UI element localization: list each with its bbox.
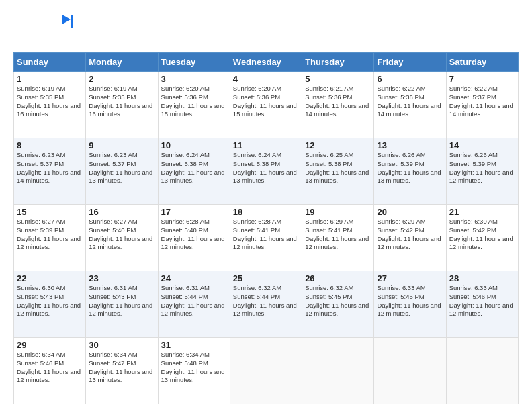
day-info: Sunrise: 6:34 AMSunset: 5:48 PMDaylight:…	[161, 351, 227, 385]
calendar-cell: 6Sunrise: 6:22 AMSunset: 5:36 PMDaylight…	[374, 72, 446, 138]
day-number: 25	[233, 273, 299, 283]
day-number: 4	[233, 74, 299, 84]
day-number: 14	[449, 140, 515, 150]
calendar-cell: 30Sunrise: 6:34 AMSunset: 5:47 PMDayligh…	[86, 338, 158, 404]
calendar-cell: 2Sunrise: 6:19 AMSunset: 5:35 PMDaylight…	[86, 72, 158, 138]
day-info: Sunrise: 6:22 AMSunset: 5:36 PMDaylight:…	[377, 85, 443, 119]
calendar-week-row: 1Sunrise: 6:19 AMSunset: 5:35 PMDaylight…	[14, 72, 519, 138]
logo	[13, 12, 73, 46]
calendar-body: 1Sunrise: 6:19 AMSunset: 5:35 PMDaylight…	[14, 72, 519, 404]
day-info: Sunrise: 6:33 AMSunset: 5:46 PMDaylight:…	[449, 284, 515, 318]
day-info: Sunrise: 6:21 AMSunset: 5:36 PMDaylight:…	[305, 85, 371, 119]
day-number: 11	[233, 140, 299, 150]
day-info: Sunrise: 6:26 AMSunset: 5:39 PMDaylight:…	[377, 151, 443, 185]
day-number: 17	[161, 207, 227, 217]
day-info: Sunrise: 6:30 AMSunset: 5:42 PMDaylight:…	[449, 218, 515, 252]
day-info: Sunrise: 6:22 AMSunset: 5:37 PMDaylight:…	[449, 85, 515, 119]
calendar-header-row: SundayMondayTuesdayWednesdayThursdayFrid…	[14, 53, 519, 72]
day-number: 27	[377, 273, 443, 283]
calendar-cell: 20Sunrise: 6:29 AMSunset: 5:42 PMDayligh…	[374, 205, 446, 271]
day-number: 5	[305, 74, 371, 84]
day-info: Sunrise: 6:32 AMSunset: 5:44 PMDaylight:…	[233, 284, 299, 318]
calendar-cell: 18Sunrise: 6:28 AMSunset: 5:41 PMDayligh…	[230, 205, 302, 271]
day-info: Sunrise: 6:23 AMSunset: 5:37 PMDaylight:…	[17, 151, 83, 185]
day-info: Sunrise: 6:34 AMSunset: 5:47 PMDaylight:…	[89, 351, 154, 385]
day-number: 16	[89, 207, 154, 217]
calendar-cell: 19Sunrise: 6:29 AMSunset: 5:41 PMDayligh…	[302, 205, 374, 271]
calendar-cell: 5Sunrise: 6:21 AMSunset: 5:36 PMDaylight…	[302, 72, 374, 138]
day-info: Sunrise: 6:20 AMSunset: 5:36 PMDaylight:…	[161, 85, 227, 119]
calendar-cell: 21Sunrise: 6:30 AMSunset: 5:42 PMDayligh…	[446, 205, 518, 271]
day-number: 3	[161, 74, 227, 84]
calendar-cell: 26Sunrise: 6:32 AMSunset: 5:45 PMDayligh…	[302, 271, 374, 338]
calendar-cell: 1Sunrise: 6:19 AMSunset: 5:35 PMDaylight…	[14, 72, 86, 138]
day-info: Sunrise: 6:28 AMSunset: 5:41 PMDaylight:…	[233, 218, 299, 252]
day-info: Sunrise: 6:31 AMSunset: 5:43 PMDaylight:…	[89, 284, 154, 318]
day-number: 12	[305, 140, 371, 150]
calendar-header-thursday: Thursday	[302, 53, 374, 72]
day-number: 28	[449, 273, 515, 283]
day-info: Sunrise: 6:33 AMSunset: 5:45 PMDaylight:…	[377, 284, 443, 318]
day-info: Sunrise: 6:27 AMSunset: 5:39 PMDaylight:…	[17, 218, 83, 252]
calendar-cell: 23Sunrise: 6:31 AMSunset: 5:43 PMDayligh…	[86, 271, 158, 338]
day-number: 10	[161, 140, 227, 150]
day-number: 24	[161, 273, 227, 283]
day-info: Sunrise: 6:31 AMSunset: 5:44 PMDaylight:…	[161, 284, 227, 318]
day-number: 13	[377, 140, 443, 150]
page: SundayMondayTuesdayWednesdayThursdayFrid…	[0, 0, 532, 411]
calendar-cell: 29Sunrise: 6:34 AMSunset: 5:46 PMDayligh…	[14, 338, 86, 404]
calendar-header-sunday: Sunday	[14, 53, 86, 72]
header	[13, 12, 519, 46]
day-number: 29	[17, 340, 83, 350]
day-info: Sunrise: 6:29 AMSunset: 5:42 PMDaylight:…	[377, 218, 443, 252]
calendar-cell	[374, 338, 446, 404]
day-number: 18	[233, 207, 299, 217]
calendar-cell: 25Sunrise: 6:32 AMSunset: 5:44 PMDayligh…	[230, 271, 302, 338]
day-number: 19	[305, 207, 371, 217]
day-info: Sunrise: 6:26 AMSunset: 5:39 PMDaylight:…	[449, 151, 515, 185]
day-number: 30	[89, 340, 154, 350]
calendar-cell: 3Sunrise: 6:20 AMSunset: 5:36 PMDaylight…	[158, 72, 230, 138]
calendar-cell: 7Sunrise: 6:22 AMSunset: 5:37 PMDaylight…	[446, 72, 518, 138]
day-number: 20	[377, 207, 443, 217]
calendar-cell: 10Sunrise: 6:24 AMSunset: 5:38 PMDayligh…	[158, 138, 230, 205]
day-info: Sunrise: 6:24 AMSunset: 5:38 PMDaylight:…	[233, 151, 299, 185]
calendar-cell	[302, 338, 374, 404]
day-number: 31	[161, 340, 227, 350]
day-info: Sunrise: 6:32 AMSunset: 5:45 PMDaylight:…	[305, 284, 371, 318]
day-info: Sunrise: 6:25 AMSunset: 5:38 PMDaylight:…	[305, 151, 371, 185]
calendar-header-wednesday: Wednesday	[230, 53, 302, 72]
day-number: 15	[17, 207, 83, 217]
calendar-header-saturday: Saturday	[446, 53, 518, 72]
day-number: 1	[17, 74, 83, 84]
day-info: Sunrise: 6:30 AMSunset: 5:43 PMDaylight:…	[17, 284, 83, 318]
day-info: Sunrise: 6:19 AMSunset: 5:35 PMDaylight:…	[89, 85, 154, 119]
calendar-cell: 28Sunrise: 6:33 AMSunset: 5:46 PMDayligh…	[446, 271, 518, 338]
day-number: 6	[377, 74, 443, 84]
calendar-cell: 14Sunrise: 6:26 AMSunset: 5:39 PMDayligh…	[446, 138, 518, 205]
calendar-cell: 16Sunrise: 6:27 AMSunset: 5:40 PMDayligh…	[86, 205, 158, 271]
calendar-cell	[446, 338, 518, 404]
calendar-cell: 17Sunrise: 6:28 AMSunset: 5:40 PMDayligh…	[158, 205, 230, 271]
day-number: 8	[17, 140, 83, 150]
day-info: Sunrise: 6:34 AMSunset: 5:46 PMDaylight:…	[17, 351, 83, 385]
calendar-cell: 15Sunrise: 6:27 AMSunset: 5:39 PMDayligh…	[14, 205, 86, 271]
day-info: Sunrise: 6:19 AMSunset: 5:35 PMDaylight:…	[17, 85, 83, 119]
calendar-cell: 31Sunrise: 6:34 AMSunset: 5:48 PMDayligh…	[158, 338, 230, 404]
calendar-cell: 4Sunrise: 6:20 AMSunset: 5:36 PMDaylight…	[230, 72, 302, 138]
calendar-week-row: 29Sunrise: 6:34 AMSunset: 5:46 PMDayligh…	[14, 338, 519, 404]
calendar-header-monday: Monday	[86, 53, 158, 72]
calendar-cell: 24Sunrise: 6:31 AMSunset: 5:44 PMDayligh…	[158, 271, 230, 338]
calendar-header-friday: Friday	[374, 53, 446, 72]
day-info: Sunrise: 6:28 AMSunset: 5:40 PMDaylight:…	[161, 218, 227, 252]
day-info: Sunrise: 6:27 AMSunset: 5:40 PMDaylight:…	[89, 218, 154, 252]
day-info: Sunrise: 6:24 AMSunset: 5:38 PMDaylight:…	[161, 151, 227, 185]
day-number: 22	[17, 273, 83, 283]
calendar-week-row: 22Sunrise: 6:30 AMSunset: 5:43 PMDayligh…	[14, 271, 519, 338]
day-info: Sunrise: 6:29 AMSunset: 5:41 PMDaylight:…	[305, 218, 371, 252]
calendar-cell: 13Sunrise: 6:26 AMSunset: 5:39 PMDayligh…	[374, 138, 446, 205]
calendar-cell: 8Sunrise: 6:23 AMSunset: 5:37 PMDaylight…	[14, 138, 86, 205]
calendar-cell: 9Sunrise: 6:23 AMSunset: 5:37 PMDaylight…	[86, 138, 158, 205]
day-info: Sunrise: 6:20 AMSunset: 5:36 PMDaylight:…	[233, 85, 299, 119]
day-number: 21	[449, 207, 515, 217]
